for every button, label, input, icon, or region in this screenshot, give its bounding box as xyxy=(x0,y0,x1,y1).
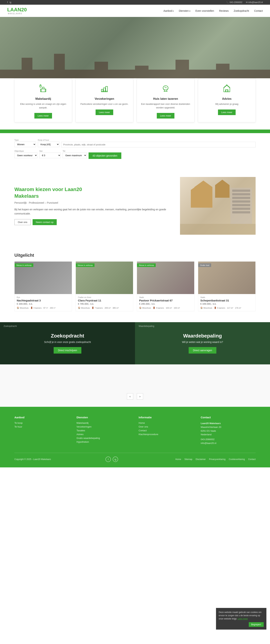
cta-right-desc: Wil je weten wat je woning waard is? xyxy=(149,340,256,344)
property-badge-1: Nieuw in verkoop xyxy=(76,263,95,267)
property-specs-3: 🏠 Woonhuis 🚪 5 kamers 117 m² 176 m² xyxy=(200,307,253,309)
footer-instagram-icon[interactable]: ig xyxy=(113,456,118,462)
nav-contact[interactable]: Contact xyxy=(254,10,263,12)
property-specs-0: 🏠Woonhuis 🚪4 kamers 97m² 293m² xyxy=(17,307,70,309)
service-btn-makelaardij[interactable]: Lees meer xyxy=(34,113,52,118)
footer-col-diensten: Diensten Makelaardij Verzekeringen Taxat… xyxy=(77,416,132,446)
service-btn-verzekeringen[interactable]: Lees meer xyxy=(96,110,113,115)
why-title-2: Laan20 xyxy=(65,186,82,192)
cta-right-title: Waardebepaling xyxy=(149,333,256,339)
footer-col3-title: Informatie xyxy=(138,416,193,419)
logo-main: LAAN xyxy=(7,7,21,12)
footer-bottom-cookie[interactable]: Cookieverklaring xyxy=(229,458,245,460)
service-title-makelaardij: Makelaardij xyxy=(18,97,68,100)
type-select[interactable]: Wonen xyxy=(14,142,36,147)
neem-contact-btn[interactable]: Neem contact op xyxy=(33,219,57,225)
property-card-1[interactable]: Nieuw in verkoop Cadier en Keer Clara Fe… xyxy=(76,262,133,311)
property-specs-2: 🏠 Woonhuis 🚪 4 kamers 103 m² 193 m² xyxy=(139,307,192,309)
service-desc-taxeren: Een taxatierapport kan voor diverse doel… xyxy=(140,102,191,109)
cta-left-title: Zoekopdracht xyxy=(14,333,121,339)
footer-phone[interactable]: 043-2066002 xyxy=(201,438,256,441)
footer-link-makelaardij[interactable]: Makelaardij xyxy=(77,422,132,424)
footer-link-hypotheken[interactable]: Hypotheken xyxy=(77,440,132,443)
footer-bottom-disclaimer[interactable]: Disclaimer xyxy=(196,458,206,460)
van-select[interactable]: € 0 xyxy=(39,152,61,158)
slider-next-btn[interactable]: › xyxy=(137,393,143,400)
tot-select[interactable]: Geen maximum xyxy=(63,152,87,158)
koophuur-select[interactable]: Koop [43] Huur xyxy=(38,142,59,147)
copyright-text: Copyright © 2025 - Laan20 Makelaars xyxy=(14,458,51,460)
footer-col-informatie: Informatie Home Over ons Contact Klachte… xyxy=(138,416,193,446)
footer-col4-title: Contact xyxy=(201,416,256,419)
property-badge-3: Onder bod xyxy=(198,263,211,267)
service-btn-taxeren[interactable]: Lees meer xyxy=(157,113,174,118)
main-nav: Aanbod Diensten Even voorstellen Reviews… xyxy=(163,10,263,12)
location-input[interactable] xyxy=(61,142,256,148)
facebook-icon[interactable]: f xyxy=(7,1,8,4)
property-city-3: Vaals xyxy=(200,296,253,298)
property-image-3: Onder bod xyxy=(198,262,256,294)
footer-link-taxaties[interactable]: Taxaties xyxy=(77,429,132,432)
svg-rect-7 xyxy=(101,89,103,92)
nav-aanbod[interactable]: Aanbod xyxy=(163,10,174,12)
footer-link-waardebepaling[interactable]: Gratis waardebepaling xyxy=(77,437,132,440)
footer-company: Laan20 Makelaars Maastrichterlaan 20 629… xyxy=(201,422,256,436)
nav-voorstellen[interactable]: Even voorstellen xyxy=(195,10,214,12)
footer-bottom-privacy[interactable]: Privacyverklaring xyxy=(209,458,225,460)
footer-link-klacht[interactable]: Klachtenprocedure xyxy=(138,433,193,436)
cta-waardebepaling: Waardebepaling Waardebepaling Wil je wet… xyxy=(135,322,270,364)
footer-link-home[interactable]: Home xyxy=(138,422,193,424)
footer-facebook-icon[interactable]: f xyxy=(106,456,111,462)
footer-bottom-home[interactable]: Home xyxy=(175,458,181,460)
phone-number: 043-2066002 xyxy=(230,1,243,4)
nav-reviews[interactable]: Reviews xyxy=(219,10,229,12)
nav-zoekopdracht[interactable]: Zoekopdracht xyxy=(234,10,249,12)
footer-link-tekoop[interactable]: Te koop xyxy=(14,422,69,424)
service-btn-advies[interactable]: Lees meer xyxy=(218,110,236,115)
footer-link-contact[interactable]: Contact xyxy=(138,429,193,432)
property-card-3[interactable]: Onder bod Vaals Schepenbankstraat 31 € 3… xyxy=(198,262,256,311)
instagram-icon[interactable]: ig xyxy=(9,1,11,4)
why-desc: Bij het kopen en verkopen van een woning… xyxy=(14,208,169,216)
testimonial-content xyxy=(14,372,256,390)
phone-link[interactable]: 📞 043-2066002 xyxy=(226,1,242,4)
why-title-1: Waarom kiezen voor xyxy=(14,186,65,192)
footer-link-verzekeringen[interactable]: Verzekeringen xyxy=(77,425,132,428)
tot-group: Tot Geen maximum xyxy=(63,150,87,158)
property-price-1: € 795.000,- k.k. xyxy=(78,302,131,305)
objecttype-group: Objecttype Geen voorkeur xyxy=(14,150,37,158)
type-label: Type xyxy=(14,139,36,141)
property-info-2: Vaals Pastoor Prickaertstraat 67 € 295.0… xyxy=(137,294,194,311)
cta-zoekopdracht: Zoekopdracht Zoekopdracht Schrijf je in … xyxy=(0,322,135,364)
slider-prev-btn[interactable]: ‹ xyxy=(127,393,133,400)
search-btn[interactable]: 43 objecten gevonden xyxy=(89,152,121,159)
over-ons-btn[interactable]: Over ons xyxy=(14,219,31,225)
logo-num: 20 xyxy=(21,7,27,12)
search-row-1: Type Wonen Koop of huur Koop [43] Huur xyxy=(14,138,256,148)
logo[interactable]: LAAN20 MAKELAARS xyxy=(7,7,27,14)
verzekeringen-icon xyxy=(79,84,130,94)
footer-bottom-sitemap[interactable]: Sitemap xyxy=(184,458,192,460)
phone-icon: 📞 xyxy=(226,1,229,4)
objecttype-label: Objecttype xyxy=(14,150,37,152)
cta-left-desc: Schrijf je in voor onze gratis zoekopdra… xyxy=(14,340,121,344)
room-icon-0: 🚪 xyxy=(30,307,33,309)
property-card-0[interactable]: Nieuw in verkoop Eys Nachtegaalstraat 3 … xyxy=(14,262,72,311)
nav-diensten[interactable]: Diensten xyxy=(179,10,190,12)
footer-bottom-contact[interactable]: Contact xyxy=(248,458,256,460)
property-city-1: Cadier en Keer xyxy=(78,296,131,298)
footer-link-advies[interactable]: Advies xyxy=(77,433,132,436)
footer-link-tehuur[interactable]: Te huur xyxy=(14,425,69,428)
footer-link-overons[interactable]: Over ons xyxy=(138,425,193,428)
footer-bottom-links: Home Sitemap Disclaimer Privacyverklarin… xyxy=(173,458,256,460)
cta-left-btn[interactable]: Direct inschrijven xyxy=(54,347,82,354)
objecttype-select[interactable]: Geen voorkeur xyxy=(14,152,37,158)
why-subtitle: Persoonlijk · Professioneel – Punctueel xyxy=(14,201,169,205)
email-link[interactable]: ✉ info@laan20.nl xyxy=(246,1,263,4)
cta-left-label: Zoekopdracht xyxy=(3,325,17,328)
property-card-2[interactable]: Nieuw in verkoop Vaals Pastoor Prickaert… xyxy=(137,262,194,311)
property-name-3: Schepenbankstraat 31 xyxy=(200,299,253,302)
service-card-verzekeringen: Verzekeringen Particuliere verzekeringen… xyxy=(76,78,133,122)
footer-email[interactable]: info@laan20.nl xyxy=(201,442,256,444)
cta-right-btn[interactable]: Direct aanvragen xyxy=(189,347,217,354)
